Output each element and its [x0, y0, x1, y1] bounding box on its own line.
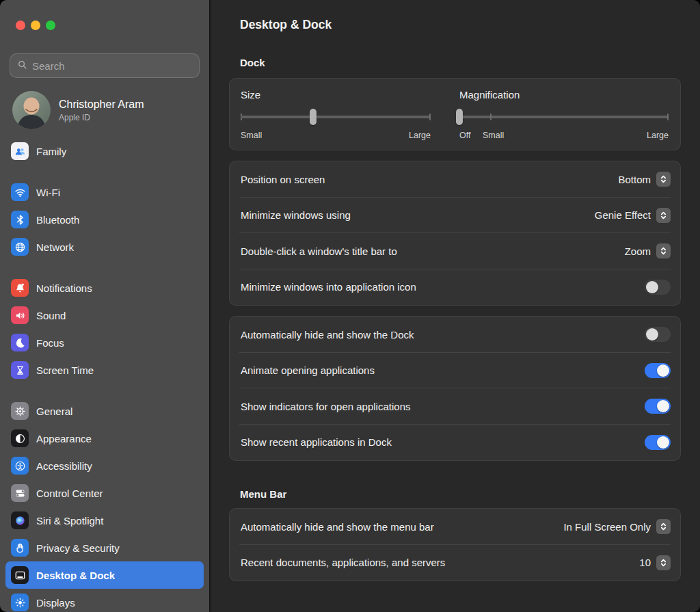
select-stepper-button[interactable] — [656, 208, 671, 223]
minimize-window-button[interactable] — [31, 21, 40, 30]
sidebar-item-notifications[interactable]: Notifications — [5, 274, 204, 302]
toggle-switch[interactable] — [645, 327, 671, 342]
sidebar-item-label: Network — [36, 241, 74, 253]
sidebar-item-sound[interactable]: Sound — [5, 302, 204, 329]
settings-row: Recent documents, applications, and serv… — [230, 545, 680, 581]
speaker-icon — [11, 306, 29, 324]
sidebar-item-label: Desktop & Dock — [36, 570, 115, 581]
sidebar-item-label: Accessibility — [36, 460, 92, 472]
bluetooth-icon — [11, 211, 29, 228]
sidebar-item-label: Focus — [36, 337, 64, 349]
select-stepper-button[interactable] — [656, 519, 671, 534]
slider-tick — [490, 114, 492, 120]
row-control: Zoom — [625, 243, 671, 258]
sidebar-item-screen-time[interactable]: Screen Time — [5, 356, 204, 384]
sidebar-item-siri-spotlight[interactable]: Siri & Spotlight — [5, 507, 204, 534]
size-slider-scale: Small Large — [241, 131, 431, 140]
row-control: Genie Effect — [595, 208, 671, 223]
toggle-knob — [657, 364, 669, 377]
magnification-slider-thumb[interactable] — [456, 109, 463, 125]
main-panel: Desktop & Dock Dock Size Small Large Mag… — [211, 0, 700, 612]
sidebar-item-label: Sound — [36, 310, 66, 321]
sidebar-item-label: Siri & Spotlight — [36, 515, 103, 527]
sidebar-item-network[interactable]: Network — [5, 233, 204, 261]
family-icon — [11, 142, 29, 160]
row-control — [645, 435, 671, 450]
sidebar-item-family[interactable]: Family — [5, 137, 204, 165]
search-input[interactable] — [32, 60, 192, 72]
profile-name: Christopher Aram — [59, 98, 144, 111]
chevron-up-down-icon — [659, 211, 668, 220]
row-label: Double-click a window's title bar to — [241, 245, 397, 257]
row-control — [645, 363, 671, 378]
toggle-switch[interactable] — [645, 280, 671, 295]
system-settings-window: Christopher Aram Apple ID FamilyWi-FiBlu… — [0, 0, 700, 612]
size-slider-thumb[interactable] — [310, 109, 317, 125]
sun-icon — [11, 594, 29, 611]
contrast-icon — [11, 429, 29, 447]
sidebar-item-displays[interactable]: Displays — [5, 589, 204, 612]
sidebar-item-wifi[interactable]: Wi-Fi — [5, 178, 204, 206]
bell-icon — [11, 279, 29, 297]
settings-row: Automatically hide and show the Dock — [230, 317, 680, 353]
row-control: In Full Screen Only — [563, 519, 671, 534]
toggle-knob — [657, 400, 669, 412]
dock-icon — [11, 566, 29, 584]
magnification-slider[interactable] — [459, 109, 669, 125]
sidebar-group: Family — [10, 137, 200, 165]
row-control: Bottom — [618, 172, 671, 187]
close-window-button[interactable] — [16, 21, 25, 30]
select-value: Zoom — [625, 245, 651, 257]
sidebar-item-accessibility[interactable]: Accessibility — [5, 452, 204, 479]
select-stepper-button[interactable] — [656, 555, 671, 570]
row-label: Automatically hide and show the menu bar — [241, 521, 434, 533]
wifi-icon — [11, 183, 29, 201]
sidebar-item-control-center[interactable]: Control Center — [5, 479, 204, 507]
sidebar-item-bluetooth[interactable]: Bluetooth — [5, 206, 204, 233]
select-value: In Full Screen Only — [563, 521, 651, 533]
sidebar-nav: FamilyWi-FiBluetoothNetworkNotifications… — [10, 137, 200, 612]
sidebar-item-label: Control Center — [36, 488, 103, 499]
accessibility-icon — [11, 457, 29, 475]
toggle-switch[interactable] — [645, 363, 671, 378]
zoom-window-button[interactable] — [46, 21, 55, 30]
settings-row: Show recent applications in Dock — [230, 425, 680, 461]
row-label: Position on screen — [241, 174, 325, 185]
toggle-knob — [657, 436, 669, 449]
settings-row: Double-click a window's title bar toZoom — [230, 233, 680, 269]
toggle-knob — [646, 328, 658, 341]
sidebar-item-appearance[interactable]: Appearance — [5, 425, 204, 452]
select-value: 10 — [639, 557, 651, 568]
chevron-up-down-icon — [659, 558, 668, 568]
size-slider[interactable] — [241, 109, 431, 125]
row-label: Show indicators for open applications — [241, 401, 410, 412]
row-control — [645, 327, 671, 342]
select-value: Genie Effect — [595, 209, 651, 221]
moon-icon — [11, 334, 29, 351]
siri-icon — [11, 511, 29, 529]
row-label: Animate opening applications — [241, 364, 375, 376]
search-field[interactable] — [10, 53, 200, 78]
sidebar-item-focus[interactable]: Focus — [5, 329, 204, 356]
row-label: Minimize windows using — [241, 209, 351, 221]
magnification-off-label: Off — [459, 131, 470, 140]
sidebar-item-desktop-dock[interactable]: Desktop & Dock — [5, 561, 204, 589]
settings-row: Minimize windows into application icon — [230, 269, 680, 306]
select-stepper-button[interactable] — [656, 172, 671, 187]
toggle-switch[interactable] — [645, 399, 671, 414]
sidebar-item-general[interactable]: General — [5, 397, 204, 425]
toggles-icon — [11, 484, 29, 502]
sidebar-item-label: Family — [36, 146, 66, 157]
window-controls — [10, 0, 200, 30]
row-label: Show recent applications in Dock — [241, 436, 392, 448]
sidebar-item-label: Wi-Fi — [36, 187, 60, 198]
sidebar-item-privacy-security[interactable]: Privacy & Security — [5, 534, 204, 561]
row-label: Recent documents, applications, and serv… — [241, 557, 445, 568]
select-stepper-button[interactable] — [656, 243, 671, 258]
apple-id-profile[interactable]: Christopher Aram Apple ID — [10, 91, 200, 129]
toggle-switch[interactable] — [645, 435, 671, 450]
menu-bar-section-header: Menu Bar — [240, 488, 681, 500]
sidebar-item-label: Privacy & Security — [36, 542, 120, 554]
toggle-knob — [646, 281, 658, 293]
profile-subtitle: Apple ID — [59, 113, 144, 122]
